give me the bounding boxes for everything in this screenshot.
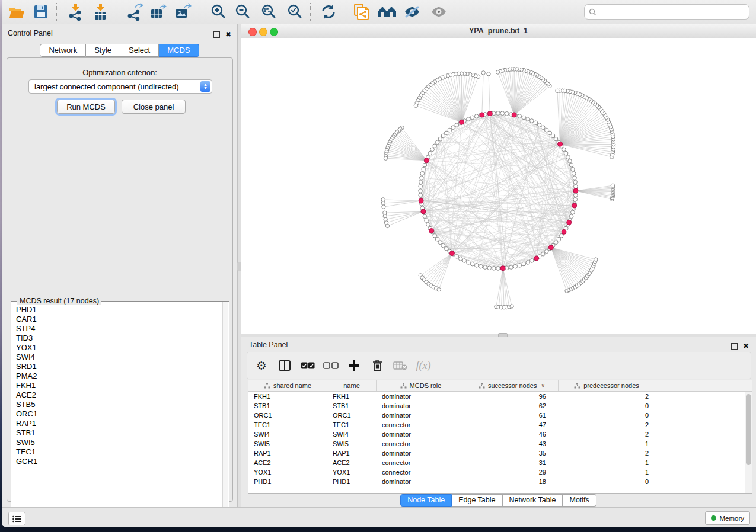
task-history-button[interactable] <box>8 512 25 525</box>
tab-select[interactable]: Select <box>120 44 159 57</box>
mcds-result-node[interactable]: TEC1 <box>12 447 223 457</box>
mcds-result-node[interactable]: TID3 <box>12 334 223 343</box>
table-scrollbar[interactable] <box>745 392 752 493</box>
mcds-result-node[interactable]: SWI4 <box>12 352 223 362</box>
cell: connector <box>377 459 465 466</box>
memory-button[interactable]: Memory <box>705 511 750 525</box>
zoom-in-icon[interactable] <box>206 1 230 23</box>
mcds-result-node[interactable]: SRD1 <box>12 362 223 371</box>
export-table-icon[interactable] <box>146 1 170 23</box>
column-header-name[interactable]: name <box>327 380 377 391</box>
function-builder-icon: f(x) <box>414 357 432 374</box>
cell: STB1 <box>327 402 377 409</box>
mcds-result-node[interactable]: CAR1 <box>12 315 223 324</box>
show-columns-icon[interactable] <box>276 357 294 374</box>
network-view-window: YPA_prune.txt_1 <box>241 24 756 334</box>
clone-network-icon[interactable] <box>349 1 373 23</box>
table-row[interactable]: TEC1TEC1connector472 <box>248 420 745 430</box>
toolbar-separator <box>56 3 57 21</box>
network-graph[interactable] <box>241 38 756 334</box>
tab-mcds[interactable]: MCDS <box>159 44 199 57</box>
tab-motifs[interactable]: Motifs <box>563 494 596 507</box>
import-network-icon[interactable] <box>63 1 87 23</box>
table-row[interactable]: STB1STB1dominator620 <box>248 401 745 411</box>
export-network-icon[interactable] <box>123 1 146 23</box>
delete-icon[interactable] <box>368 357 386 374</box>
column-header-shared-name[interactable]: shared name <box>248 380 327 391</box>
table-row[interactable]: ORC1ORC1dominator610 <box>248 411 745 420</box>
table-row[interactable]: FKH1FKH1dominator962 <box>248 392 745 401</box>
table-row[interactable]: PHD1PHD1dominator180 <box>248 477 745 486</box>
zoom-selected-icon[interactable] <box>283 1 307 23</box>
mcds-result-node[interactable]: FKH1 <box>12 381 223 390</box>
scrollbar-thumb[interactable] <box>746 394 751 465</box>
tab-edge-table[interactable]: Edge Table <box>452 494 502 507</box>
deselect-all-icon[interactable] <box>322 357 340 374</box>
mcds-result-node[interactable]: PMA2 <box>12 371 223 381</box>
show-all-icon[interactable] <box>427 1 451 23</box>
mcds-result-scrollbar[interactable] <box>222 302 228 520</box>
close-panel-icon[interactable]: ✖ <box>225 31 231 37</box>
table-row[interactable]: SWI5SWI5connector431 <box>248 439 745 448</box>
cell: 0 <box>559 402 655 409</box>
network-titlebar[interactable]: YPA_prune.txt_1 <box>241 24 756 39</box>
zoom-out-icon[interactable] <box>231 1 254 23</box>
close-panel-button[interactable]: Close panel <box>122 100 186 114</box>
export-image-icon[interactable] <box>171 1 195 23</box>
mcds-result-node[interactable]: GCR1 <box>12 457 223 466</box>
run-mcds-button[interactable]: Run MCDS <box>57 100 115 114</box>
column-header-mcds-role[interactable]: MCDS role <box>377 380 465 391</box>
refresh-icon[interactable] <box>317 1 340 23</box>
cell: SWI5 <box>248 440 327 447</box>
tab-node-table[interactable]: Node Table <box>400 494 452 507</box>
close-panel-icon[interactable]: ✖ <box>743 343 749 349</box>
search-input[interactable] <box>596 7 749 17</box>
column-header-predecessor-nodes[interactable]: predecessor nodes <box>559 380 655 391</box>
network-title: YPA_prune.txt_1 <box>241 27 756 35</box>
table-toolbar: ⚙ f(x) <box>247 352 751 379</box>
first-neighbors-icon[interactable] <box>375 1 399 23</box>
table-row[interactable]: SWI4SWI4dominator462 <box>248 430 745 439</box>
tab-network-table[interactable]: Network Table <box>503 494 563 507</box>
delete-table-icon <box>391 357 409 374</box>
float-panel-icon[interactable] <box>213 31 220 38</box>
cell: 29 <box>465 469 559 476</box>
open-file-icon[interactable] <box>5 1 28 23</box>
zoom-fit-icon[interactable] <box>257 1 280 23</box>
cell: SWI4 <box>248 431 327 438</box>
cell: YOX1 <box>327 469 377 476</box>
mcds-result-list[interactable]: PHD1CAR1STP4TID3YOX1SWI4SRD1PMA2FKH1ACE2… <box>12 305 223 520</box>
add-icon[interactable] <box>345 357 363 374</box>
table-row[interactable]: RAP1RAP1dominator352 <box>248 448 745 458</box>
hide-selected-icon[interactable] <box>400 1 424 23</box>
cell: dominator <box>377 431 465 438</box>
cell: 2 <box>559 393 655 400</box>
application-window: Control Panel ✖ NetworkStyleSelectMCDS O… <box>2 0 756 527</box>
table-settings-gear-icon[interactable]: ⚙ <box>253 357 270 374</box>
cell: 18 <box>465 478 559 485</box>
optimization-criterion-select[interactable]: largest connected component (undirected)… <box>28 79 212 94</box>
mcds-result-node[interactable]: ORC1 <box>12 409 223 419</box>
tab-network[interactable]: Network <box>40 44 86 57</box>
mcds-result-node[interactable]: PHD1 <box>12 305 223 315</box>
cell: dominator <box>377 393 465 400</box>
mcds-result-node[interactable]: YOX1 <box>12 343 223 352</box>
cell: SWI4 <box>327 431 377 438</box>
mcds-result-node[interactable]: SWI5 <box>12 438 223 447</box>
mcds-result-node[interactable]: RAP1 <box>12 419 223 428</box>
import-table-icon[interactable] <box>88 1 112 23</box>
mcds-result-node[interactable]: ACE2 <box>12 390 223 400</box>
tab-style[interactable]: Style <box>86 44 120 57</box>
mcds-result-node[interactable]: STB1 <box>12 428 223 438</box>
select-all-icon[interactable] <box>299 357 317 374</box>
column-header-successor-nodes[interactable]: successor nodes∨ <box>465 380 559 391</box>
save-icon[interactable] <box>29 1 53 23</box>
mcds-result-node[interactable]: STB5 <box>12 400 223 409</box>
search-field[interactable] <box>584 4 749 20</box>
table-row[interactable]: YOX1YOX1connector291 <box>248 467 745 477</box>
float-panel-icon[interactable] <box>731 343 738 350</box>
cell: 31 <box>465 459 559 466</box>
mcds-result-node[interactable]: STP4 <box>12 324 223 334</box>
cell: TEC1 <box>248 421 327 428</box>
table-row[interactable]: ACE2ACE2connector311 <box>248 458 745 467</box>
